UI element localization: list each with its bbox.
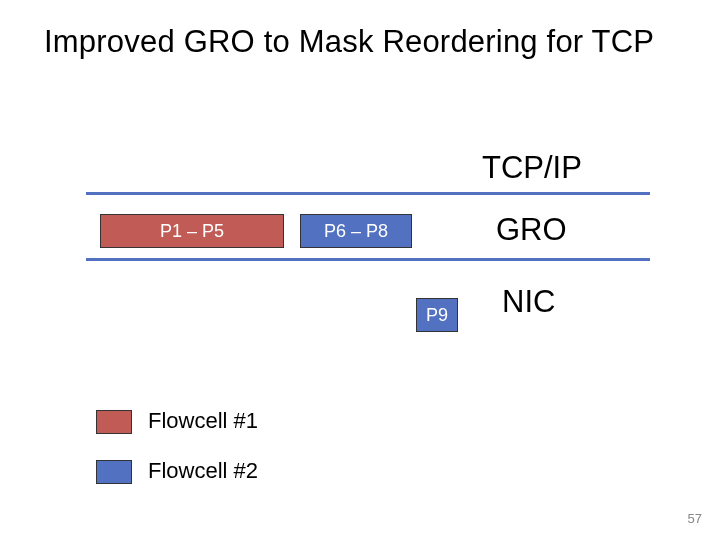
layer-rule-gro: [86, 258, 650, 261]
layer-label-nic: NIC: [502, 284, 555, 320]
legend-swatch-flowcell2: [96, 460, 132, 484]
packet-label: P1 – P5: [160, 221, 224, 242]
page-number: 57: [688, 511, 702, 526]
packet-box-p1-p5: P1 – P5: [100, 214, 284, 248]
packet-box-p6-p8: P6 – P8: [300, 214, 412, 248]
packet-label: P9: [426, 305, 448, 326]
legend-label-flowcell1: Flowcell #1: [148, 408, 258, 434]
legend-swatch-flowcell1: [96, 410, 132, 434]
packet-box-p9: P9: [416, 298, 458, 332]
page-title: Improved GRO to Mask Reordering for TCP: [44, 24, 654, 60]
slide: Improved GRO to Mask Reordering for TCP …: [0, 0, 720, 540]
packet-label: P6 – P8: [324, 221, 388, 242]
layer-rule-tcpip: [86, 192, 650, 195]
layer-label-gro: GRO: [496, 212, 567, 248]
layer-label-tcpip: TCP/IP: [482, 150, 582, 186]
legend-label-flowcell2: Flowcell #2: [148, 458, 258, 484]
